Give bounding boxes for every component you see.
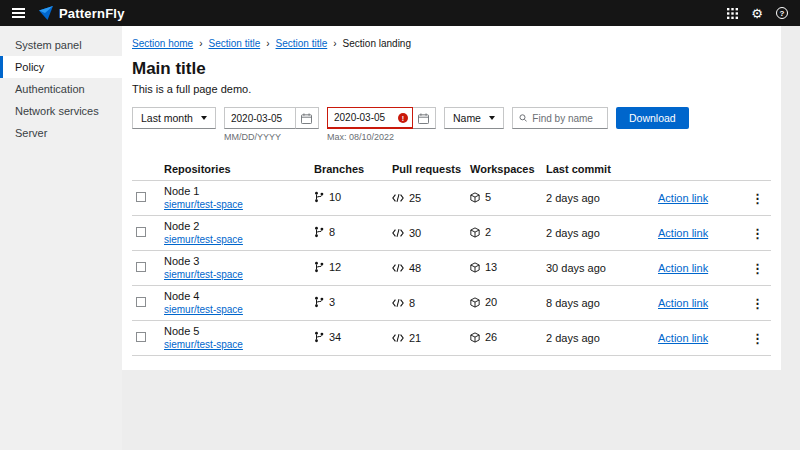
date-from-group: MM/DD/YYYY: [224, 107, 319, 142]
repo-space-link[interactable]: siemur/test-space: [164, 269, 243, 280]
header-action-col: [654, 158, 744, 181]
row-checkbox[interactable]: [136, 192, 146, 202]
code-branch-icon: [314, 261, 324, 273]
date-max-helper: Max: 08/10/2022: [327, 132, 436, 142]
calendar-icon: [418, 113, 429, 124]
last-commit: 8 days ago: [542, 286, 654, 321]
kebab-menu-button[interactable]: [748, 261, 767, 276]
code-icon: [392, 333, 404, 343]
branches-count: 8: [329, 226, 335, 238]
exclamation-circle-icon: [398, 113, 408, 123]
row-checkbox[interactable]: [136, 332, 146, 342]
brand-name: PatternFly: [59, 6, 125, 21]
last-commit: 30 days ago: [542, 251, 654, 286]
workspaces-count: 2: [485, 226, 491, 238]
date-to-calendar-button[interactable]: [412, 107, 436, 129]
download-button[interactable]: Download: [616, 107, 689, 129]
cube-icon: [470, 192, 480, 203]
sidebar-item-server[interactable]: Server: [0, 122, 122, 144]
settings-button[interactable]: [751, 6, 763, 21]
code-icon: [392, 263, 404, 273]
nav-toggle-button[interactable]: [12, 7, 28, 19]
workspaces-count: 13: [485, 261, 497, 273]
code-icon: [392, 193, 404, 203]
sidebar-item-authentication[interactable]: Authentication: [0, 78, 122, 100]
breadcrumb-separator-icon: [333, 38, 336, 49]
row-checkbox[interactable]: [136, 297, 146, 307]
header-kebab-col: [744, 158, 771, 181]
page-subtitle: This is a full page demo.: [132, 83, 771, 95]
date-range-select[interactable]: Last month: [132, 107, 216, 129]
breadcrumb-link-home[interactable]: Section home: [132, 38, 193, 49]
grid-icon: [727, 8, 738, 19]
table-row: Node 3 siemur/test-space 12 48 13 30 day…: [132, 251, 771, 286]
repo-space-link[interactable]: siemur/test-space: [164, 339, 243, 350]
header-repositories: Repositories: [160, 158, 310, 181]
branches-count: 12: [329, 261, 341, 273]
action-link[interactable]: Action link: [658, 192, 708, 204]
date-from-input[interactable]: [224, 107, 296, 129]
toolbar: Last month MM/DD/YYYY: [132, 107, 771, 142]
branches-count: 10: [329, 191, 341, 203]
date-to-group: Max: 08/10/2022: [327, 107, 436, 142]
table-row: Node 2 siemur/test-space 8 30 2 2 days a…: [132, 216, 771, 251]
header-workspaces: Workspaces: [466, 158, 542, 181]
breadcrumb-separator-icon: [199, 38, 202, 49]
action-link[interactable]: Action link: [658, 332, 708, 344]
branches-count: 3: [329, 296, 335, 308]
breadcrumb-link-section-2[interactable]: Section title: [276, 38, 328, 49]
repositories-table: Repositories Branches Pull requests Work…: [132, 158, 771, 356]
repo-space-link[interactable]: siemur/test-space: [164, 304, 243, 315]
calendar-icon: [301, 113, 312, 124]
node-name: Node 4: [164, 290, 306, 303]
pulls-count: 30: [409, 227, 421, 239]
search-icon: [519, 113, 527, 123]
header-checkbox-col: [132, 158, 160, 181]
branches-count: 34: [329, 331, 341, 343]
repo-space-link[interactable]: siemur/test-space: [164, 199, 243, 210]
search-input[interactable]: [532, 113, 601, 124]
help-button[interactable]: [776, 7, 788, 19]
action-link[interactable]: Action link: [658, 297, 708, 309]
code-icon: [392, 228, 404, 238]
date-from-calendar-button[interactable]: [295, 107, 319, 129]
pulls-count: 21: [409, 332, 421, 344]
workspaces-count: 5: [485, 191, 491, 203]
table-row: Node 5 siemur/test-space 34 21 26 2 days…: [132, 321, 771, 356]
row-checkbox[interactable]: [136, 227, 146, 237]
question-circle-icon: [776, 7, 788, 19]
masthead: PatternFly: [0, 0, 800, 26]
breadcrumb-link-section-1[interactable]: Section title: [209, 38, 261, 49]
main-content: Section home Section title Section title…: [122, 26, 800, 450]
brand[interactable]: PatternFly: [38, 5, 125, 21]
cube-icon: [470, 297, 480, 308]
node-name: Node 5: [164, 325, 306, 338]
repo-space-link[interactable]: siemur/test-space: [164, 234, 243, 245]
attribute-select[interactable]: Name: [444, 107, 504, 129]
table-row: Node 1 siemur/test-space 10 25 5 2 days …: [132, 181, 771, 216]
code-branch-icon: [314, 296, 324, 308]
chevron-down-icon: [201, 116, 207, 120]
cube-icon: [470, 227, 480, 238]
sidebar-item-policy[interactable]: Policy: [0, 56, 122, 78]
sidebar-item-system-panel[interactable]: System panel: [0, 34, 122, 56]
sidebar-item-network-services[interactable]: Network services: [0, 100, 122, 122]
last-commit: 2 days ago: [542, 181, 654, 216]
kebab-menu-button[interactable]: [748, 331, 767, 346]
node-name: Node 1: [164, 185, 306, 198]
action-link[interactable]: Action link: [658, 262, 708, 274]
cube-icon: [470, 332, 480, 343]
sidebar: System panel Policy Authentication Netwo…: [0, 26, 122, 450]
kebab-menu-button[interactable]: [748, 226, 767, 241]
kebab-menu-button[interactable]: [748, 191, 767, 206]
kebab-menu-button[interactable]: [748, 296, 767, 311]
breadcrumb-current: Section landing: [343, 38, 411, 49]
workspaces-count: 26: [485, 331, 497, 343]
last-commit: 2 days ago: [542, 216, 654, 251]
search-field: [512, 107, 608, 129]
app-launcher-icon[interactable]: [727, 8, 738, 19]
workspaces-count: 20: [485, 296, 497, 308]
action-link[interactable]: Action link: [658, 227, 708, 239]
row-checkbox[interactable]: [136, 262, 146, 272]
date-range-select-value: Last month: [141, 112, 193, 124]
